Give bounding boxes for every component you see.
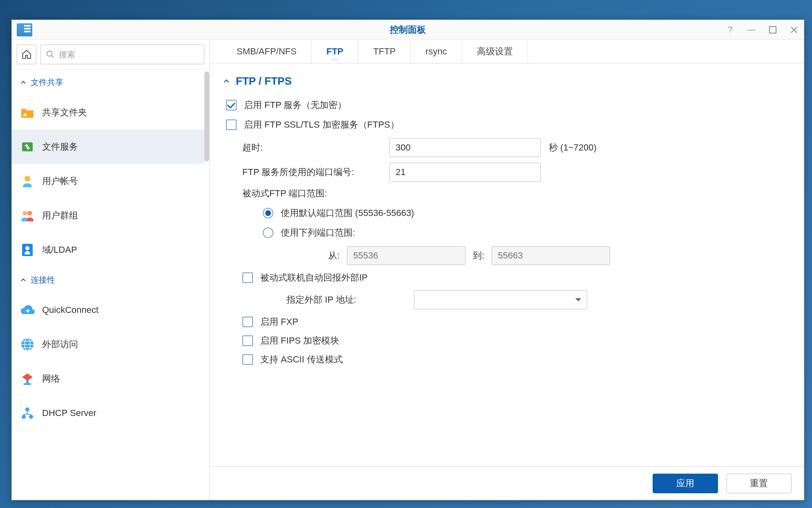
sidebar-item-domain-ldap[interactable]: 域/LDAP: [12, 233, 204, 267]
maximize-icon[interactable]: [768, 25, 778, 35]
enable-fxp-label: 启用 FXP: [260, 316, 298, 328]
from-label: 从:: [328, 250, 340, 262]
section-header-file-sharing[interactable]: 文件共享: [12, 70, 204, 95]
svg-rect-12: [24, 383, 31, 385]
svg-rect-3: [22, 142, 33, 151]
minimize-icon[interactable]: —: [747, 25, 756, 35]
custom-range-row: 从: 到:: [328, 246, 787, 265]
app-icon: [17, 23, 32, 36]
content: FTP / FTPS 启用 FTP 服务（无加密） 启用 FTP SSL/TLS…: [210, 63, 804, 466]
tab-ftp[interactable]: FTP: [312, 40, 359, 63]
radio-default[interactable]: [263, 208, 273, 218]
chevron-up-icon: [20, 79, 27, 86]
window-controls: ? —: [725, 25, 799, 35]
to-label: 到:: [473, 250, 484, 262]
section-header-ftp[interactable]: FTP / FTPS: [218, 75, 787, 88]
sidebar-item-quickconnect[interactable]: QuickConnect: [12, 293, 204, 327]
cloud-icon: [20, 303, 35, 317]
sidebar-item-user[interactable]: 用户帐号: [12, 164, 204, 198]
folder-share-icon: [20, 105, 35, 120]
sidebar-item-label: 用户帐号: [42, 175, 78, 187]
search-input[interactable]: [59, 50, 199, 59]
report-ext-ip-row: 被动式联机自动回报外部IP: [242, 272, 787, 284]
timeout-hint: 秒 (1~7200): [549, 142, 597, 154]
dhcp-icon: [20, 406, 35, 420]
passive-label-row: 被动式FTP 端口范围:: [242, 187, 787, 200]
scrollbar-thumb[interactable]: [204, 72, 209, 162]
control-panel-window: 控制面板 ? —: [11, 20, 804, 500]
enable-ftp-checkbox[interactable]: [226, 100, 237, 110]
svg-point-8: [25, 246, 29, 250]
user-icon: [20, 174, 35, 189]
home-button[interactable]: [17, 45, 36, 64]
tab-advanced[interactable]: 高级设置: [462, 40, 528, 63]
enable-fxp-checkbox[interactable]: [242, 317, 253, 327]
ascii-row: 支持 ASCII 传送模式: [242, 353, 787, 366]
sidebar-item-label: 用户群组: [42, 209, 78, 222]
ascii-label: 支持 ASCII 传送模式: [260, 353, 343, 366]
enable-fxp-row: 启用 FXP: [242, 316, 787, 328]
search-box[interactable]: [40, 45, 204, 64]
sidebar-item-group[interactable]: 用户群组: [12, 198, 204, 233]
tab-smb[interactable]: SMB/AFP/NFS: [222, 40, 312, 63]
sidebar-item-network[interactable]: 网络: [12, 362, 204, 396]
reset-button[interactable]: 重置: [726, 474, 792, 493]
window-title: 控制面板: [390, 24, 426, 36]
svg-rect-0: [769, 27, 776, 33]
enable-ftps-row: 启用 FTP SSL/TLS 加密服务（FTPS）: [218, 119, 787, 131]
sidebar-item-label: 文件服务: [42, 141, 78, 153]
enable-fips-row: 启用 FIPS 加密模块: [242, 335, 787, 347]
enable-ftps-checkbox[interactable]: [226, 119, 237, 130]
chevron-down-icon: [575, 298, 581, 301]
radio-custom-range[interactable]: 使用下列端口范围:: [263, 227, 787, 239]
tab-tftp[interactable]: TFTP: [358, 40, 411, 63]
svg-point-4: [25, 176, 30, 182]
timeout-label: 超时:: [242, 142, 389, 154]
ext-ip-select[interactable]: [414, 290, 587, 309]
port-label: FTP 服务所使用的端口编号:: [242, 166, 389, 178]
enable-ftp-row: 启用 FTP 服务（无加密）: [218, 99, 787, 111]
main: SMB/AFP/NFS FTP TFTP rsync 高级设置 FTP / FT…: [210, 40, 804, 500]
ascii-checkbox[interactable]: [242, 354, 253, 365]
sidebar-item-label: QuickConnect: [42, 305, 98, 315]
chevron-up-icon: [223, 78, 230, 85]
close-icon[interactable]: [789, 25, 799, 35]
svg-point-6: [27, 211, 32, 216]
enable-fips-checkbox[interactable]: [242, 335, 253, 346]
tab-rsync[interactable]: rsync: [411, 40, 462, 63]
passive-label: 被动式FTP 端口范围:: [242, 187, 389, 200]
sidebar-item-label: 域/LDAP: [42, 244, 77, 256]
body: 文件共享 共享文件夹 文件服务 用户帐号 用户群组: [12, 40, 804, 500]
report-ext-ip-checkbox[interactable]: [242, 272, 253, 283]
radio-default-range[interactable]: 使用默认端口范围 (55536-55663): [263, 207, 787, 219]
sidebar-item-external-access[interactable]: 外部访问: [12, 327, 204, 362]
svg-point-5: [23, 211, 27, 216]
sidebar-item-file-services[interactable]: 文件服务: [12, 130, 204, 164]
sidebar-item-label: 外部访问: [42, 338, 78, 351]
radio-custom[interactable]: [263, 227, 273, 238]
port-row: FTP 服务所使用的端口编号:: [242, 163, 787, 182]
enable-fips-label: 启用 FIPS 加密模块: [260, 335, 339, 347]
section-title: 文件共享: [31, 77, 63, 88]
apply-button[interactable]: 应用: [653, 474, 718, 493]
sidebar-item-label: DHCP Server: [42, 408, 96, 418]
section-header-connectivity[interactable]: 连接性: [12, 267, 204, 293]
svg-point-13: [25, 407, 29, 411]
svg-point-14: [22, 415, 26, 419]
timeout-input[interactable]: [389, 138, 541, 157]
search-icon: [46, 50, 55, 59]
report-ext-ip-label: 被动式联机自动回报外部IP: [260, 272, 368, 284]
passive-radio-group: 使用默认端口范围 (55536-55663) 使用下列端口范围: 从: 到:: [263, 207, 787, 265]
port-input[interactable]: [389, 163, 541, 182]
chevron-up-icon: [20, 277, 27, 283]
to-input: [492, 246, 610, 265]
timeout-row: 超时: 秒 (1~7200): [242, 138, 787, 157]
section-title: FTP / FTPS: [236, 75, 292, 88]
sidebar-item-shared-folder[interactable]: 共享文件夹: [12, 95, 204, 130]
sidebar-item-label: 网络: [42, 373, 60, 385]
help-icon[interactable]: ?: [725, 25, 735, 35]
enable-ftp-label: 启用 FTP 服务（无加密）: [244, 99, 347, 111]
section-title: 连接性: [31, 274, 55, 285]
sidebar-item-dhcp[interactable]: DHCP Server: [12, 396, 204, 430]
sub-options: 被动式联机自动回报外部IP 指定外部 IP 地址: 启用 FXP: [242, 272, 787, 366]
